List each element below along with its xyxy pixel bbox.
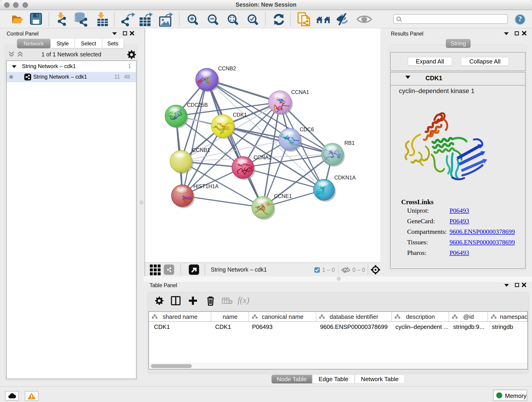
svg-text:HIST1H1A: HIST1H1A [193, 183, 219, 189]
svg-text:CCNB2: CCNB2 [218, 65, 236, 71]
svg-text:RB1: RB1 [344, 140, 355, 146]
svg-text:CDKN1A: CDKN1A [334, 175, 356, 181]
svg-text:CDK1: CDK1 [233, 112, 247, 118]
svg-text:CCNB1: CCNB1 [192, 147, 210, 153]
svg-text:CDC6: CDC6 [300, 127, 314, 133]
svg-text:CDC25B: CDC25B [187, 102, 208, 108]
svg-text:CCNE1: CCNE1 [274, 193, 292, 199]
svg-text:CCNA1: CCNA1 [291, 89, 309, 95]
svg-text:CCNA2: CCNA2 [254, 154, 272, 160]
